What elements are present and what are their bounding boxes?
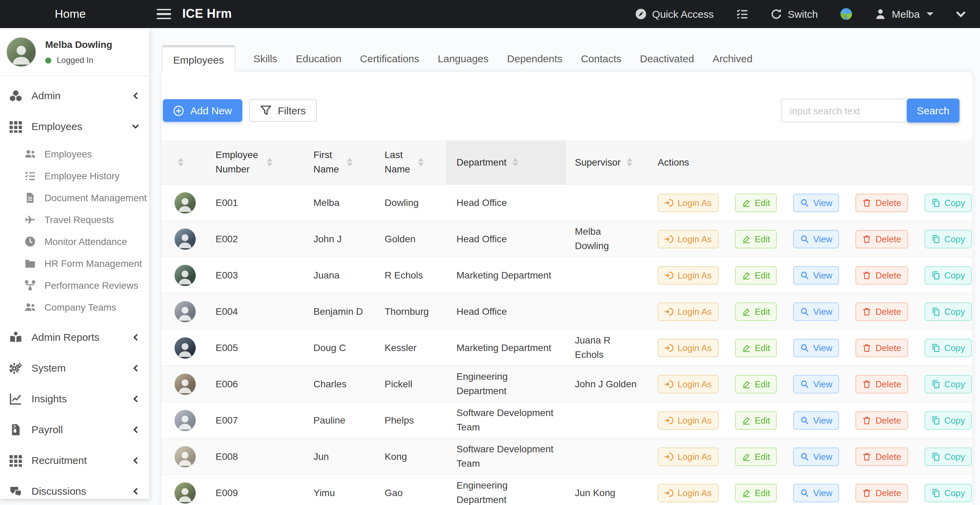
edit-button[interactable]: Edit (735, 411, 777, 429)
sidebar-item-payroll[interactable]: Payroll (0, 414, 149, 445)
edit-button[interactable]: Edit (735, 447, 777, 466)
copy-button[interactable]: Copy (924, 230, 972, 248)
sidebar-subitem-hr-form-management[interactable]: HR Form Management (0, 252, 149, 275)
nav-home-link[interactable]: Home (55, 7, 86, 21)
edit-button[interactable]: Edit (735, 302, 777, 321)
column-header-department[interactable]: Department (446, 140, 566, 184)
login-as-button[interactable]: Login As (658, 302, 719, 321)
profile-avatar[interactable] (6, 37, 36, 67)
sidebar-item-discussions[interactable]: Discussions (0, 476, 149, 505)
login-as-button[interactable]: Login As (658, 230, 719, 248)
tab-dependents[interactable]: Dependents (507, 53, 563, 64)
edit-button[interactable]: Edit (735, 375, 777, 393)
tab-contacts[interactable]: Contacts (581, 53, 621, 64)
tab-skills[interactable]: Skills (253, 53, 277, 64)
view-button[interactable]: View (794, 338, 839, 357)
table-row[interactable]: E008JunKongSoftware Development TeamLogi… (162, 438, 972, 475)
table-row[interactable]: E005Doug CKesslerMarketing DepartmentJua… (162, 330, 972, 366)
table-row[interactable]: E002John JGoldenHead OfficeMelba Dowling… (162, 221, 972, 257)
login-as-button[interactable]: Login As (658, 375, 719, 393)
edit-button[interactable]: Edit (735, 193, 777, 212)
tab-education[interactable]: Education (296, 53, 341, 64)
view-button[interactable]: View (794, 266, 839, 284)
sidebar-item-insights[interactable]: Insights (0, 383, 149, 414)
copy-button[interactable]: Copy (924, 411, 972, 429)
switch-button[interactable]: Switch (771, 8, 818, 20)
sidebar-item-employees[interactable]: Employees (0, 111, 149, 141)
sort-icon[interactable] (267, 158, 272, 167)
view-button[interactable]: View (794, 302, 839, 321)
copy-button[interactable]: Copy (924, 338, 972, 357)
sort-icon[interactable] (627, 158, 632, 167)
login-as-button[interactable]: Login As (658, 411, 719, 429)
sidebar-item-admin-reports[interactable]: Admin Reports (0, 322, 149, 353)
column-header-employee-number[interactable]: Employee Number (194, 140, 305, 184)
sort-icon[interactable] (178, 158, 183, 167)
edit-button[interactable]: Edit (735, 338, 777, 357)
sidebar-item-system[interactable]: System (0, 353, 149, 383)
sidebar-subitem-employees[interactable]: Employees (0, 143, 149, 165)
edit-button[interactable]: Edit (735, 230, 777, 248)
delete-button[interactable]: Delete (856, 483, 908, 502)
sort-icon[interactable] (418, 158, 424, 167)
sidebar-item-admin[interactable]: Admin (0, 80, 149, 111)
quick-access-button[interactable]: Quick Access (635, 8, 714, 20)
sidebar-subitem-travel-requests[interactable]: Travel Requests (0, 209, 149, 230)
column-header-supervisor[interactable]: Supervisor (566, 140, 650, 184)
copy-button[interactable]: Copy (924, 483, 972, 502)
copy-button[interactable]: Copy (924, 447, 972, 466)
add-new-button[interactable]: Add New (163, 99, 242, 122)
language-globe-icon[interactable] (840, 8, 852, 20)
tab-archived[interactable]: Archived (713, 53, 752, 64)
view-button[interactable]: View (794, 230, 839, 248)
view-button[interactable]: View (794, 447, 839, 466)
table-row[interactable]: E006CharlesPickellEngineering Department… (162, 366, 972, 402)
tab-certifications[interactable]: Certifications (360, 53, 419, 64)
delete-button[interactable]: Delete (856, 411, 908, 429)
tab-deactivated[interactable]: Deactivated (640, 53, 694, 64)
filters-button[interactable]: Filters (249, 99, 317, 122)
delete-button[interactable]: Delete (856, 338, 908, 357)
sort-icon[interactable] (512, 158, 518, 167)
user-menu[interactable]: Melba (875, 8, 934, 20)
sidebar-subitem-monitor-attendance[interactable]: Monitor Attendance (0, 230, 149, 252)
delete-button[interactable]: Delete (856, 230, 908, 248)
login-as-button[interactable]: Login As (658, 447, 719, 466)
search-button[interactable]: Search (907, 98, 959, 122)
sidebar-subitem-employee-history[interactable]: Employee History (0, 165, 149, 187)
table-row[interactable]: E001MelbaDowlingHead OfficeLogin AsEditV… (162, 185, 972, 221)
sidebar-subitem-performance-reviews[interactable]: Performance Reviews (0, 275, 149, 296)
search-input[interactable] (781, 98, 907, 122)
tab-employees[interactable]: Employees (162, 45, 235, 72)
tab-languages[interactable]: Languages (438, 53, 488, 64)
column-header-first-name[interactable]: First Name (305, 140, 375, 184)
copy-button[interactable]: Copy (924, 266, 972, 284)
delete-button[interactable]: Delete (856, 266, 908, 284)
copy-button[interactable]: Copy (924, 302, 972, 321)
view-button[interactable]: View (794, 483, 839, 502)
copy-button[interactable]: Copy (924, 375, 972, 393)
login-as-button[interactable]: Login As (658, 338, 719, 357)
delete-button[interactable]: Delete (856, 375, 908, 393)
delete-button[interactable]: Delete (856, 302, 908, 321)
delete-button[interactable]: Delete (856, 447, 908, 466)
navbar-collapse-chevron-icon[interactable] (956, 9, 966, 19)
delete-button[interactable]: Delete (856, 193, 908, 212)
menu-toggle-icon[interactable] (157, 9, 172, 19)
view-button[interactable]: View (794, 411, 839, 429)
sidebar-item-recruitment[interactable]: Recruitment (0, 445, 149, 476)
table-row[interactable]: E003JuanaR EcholsMarketing DepartmentLog… (162, 257, 972, 294)
column-header-last-name[interactable]: Last Name (375, 140, 446, 184)
login-as-button[interactable]: Login As (658, 193, 719, 212)
table-row[interactable]: E004Benjamin DThornburgHead OfficeLogin … (162, 294, 972, 330)
view-button[interactable]: View (794, 375, 839, 393)
table-row[interactable]: E009YimuGaoEngineering DepartmentJun Kon… (162, 475, 972, 505)
login-as-button[interactable]: Login As (658, 483, 719, 502)
column-header[interactable] (162, 140, 194, 184)
copy-button[interactable]: Copy (924, 193, 972, 212)
todo-list-button[interactable] (737, 8, 748, 20)
sidebar-subitem-document-management[interactable]: Document Management (0, 187, 149, 209)
edit-button[interactable]: Edit (735, 483, 777, 502)
sort-icon[interactable] (347, 158, 352, 167)
sidebar-subitem-company-teams[interactable]: Company Teams (0, 296, 149, 318)
